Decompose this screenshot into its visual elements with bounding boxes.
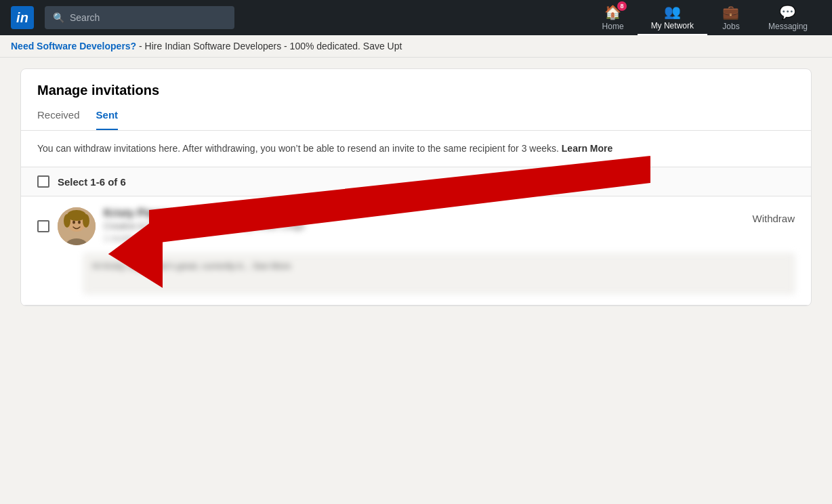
manage-header: Manage invitations Received Sent [21,69,811,130]
my-network-label: My Network [651,21,694,30]
tabs: Received Sent [37,109,795,130]
main-content: Manage invitations Received Sent You can… [9,68,823,306]
person-name: Kristy Pierce [104,207,795,219]
tab-sent[interactable]: Sent [96,109,119,130]
search-bar[interactable]: 🔍 [45,6,234,29]
person-info: Kristy Pierce Creative & Production Mana… [104,207,795,243]
svg-point-5 [83,214,89,228]
jobs-label: Jobs [722,22,739,31]
search-input[interactable] [70,12,226,23]
ad-banner: Need Software Developers? - Hire Indian … [0,35,832,58]
home-label: Home [602,22,624,31]
invitations-card: Manage invitations Received Sent You can… [20,68,812,306]
jobs-icon: 💼 [722,4,739,20]
linkedin-logo[interactable]: in [11,6,34,29]
person-title: Creative & Production Manager at Big Ced… [104,221,795,231]
person-time: 1 month ago [104,234,795,243]
search-icon: 🔍 [53,12,64,23]
tab-received[interactable]: Received [37,109,80,130]
message-preview: Hi Kristy, Big Cedar's great, currently … [83,253,795,294]
nav-items: 🏠 8 Home 👥 My Network 💼 Jobs 💬 Messaging [589,0,821,35]
person-checkbox[interactable] [37,220,49,232]
navbar: in 🔍 🏠 8 Home 👥 My Network 💼 Jobs 💬 Mess… [0,0,832,35]
nav-item-my-network[interactable]: 👥 My Network [638,0,707,35]
withdraw-button[interactable]: Withdraw [752,213,795,224]
person-top: Kristy Pierce Creative & Production Mana… [37,207,795,245]
info-text: You can withdraw invitations here. After… [37,143,559,154]
home-badge: 8 [617,1,627,11]
messaging-label: Messaging [768,22,808,31]
ad-link[interactable]: Need Software Developers? [11,41,136,51]
select-row: Select 1-6 of 6 [21,167,811,196]
nav-item-messaging[interactable]: 💬 Messaging [755,0,821,35]
nav-item-home[interactable]: 🏠 8 Home [589,0,638,35]
svg-point-4 [64,214,70,228]
svg-point-6 [72,221,75,224]
select-all-checkbox[interactable] [37,175,49,188]
info-box: You can withdraw invitations here. After… [21,131,811,167]
svg-point-7 [78,221,81,224]
select-label: Select 1-6 of 6 [58,176,126,188]
person-avatar [58,207,96,245]
person-row: Kristy Pierce Creative & Production Mana… [21,196,811,306]
manage-title: Manage invitations [37,83,795,98]
ad-text: - Hire Indian Software Developers - 100%… [136,41,402,51]
messaging-icon: 💬 [779,4,796,20]
home-icon: 🏠 8 [604,4,621,20]
nav-item-jobs[interactable]: 💼 Jobs [707,0,755,35]
learn-more-link[interactable]: Learn More [562,143,612,154]
my-network-icon: 👥 [664,3,681,20]
